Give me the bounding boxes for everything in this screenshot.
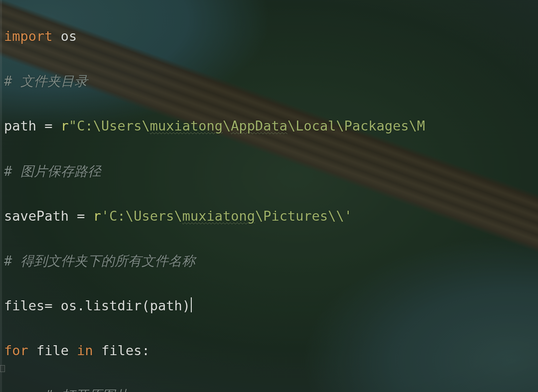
text-cursor <box>191 297 192 312</box>
keyword-in: in <box>77 343 93 358</box>
code-line-4[interactable]: # 图片保存路径 <box>4 158 538 184</box>
keyword-for: for <box>4 343 28 358</box>
code-line-7[interactable]: files= os.listdir(path) <box>4 293 538 318</box>
string-quote: " <box>69 118 77 133</box>
code-line-2[interactable]: # 文件夹目录 <box>4 68 538 94</box>
code-editor[interactable]: import os # 文件夹目录 path = r"C:\Users\muxi… <box>4 0 538 392</box>
comment-hash: # <box>45 388 53 392</box>
var-path: path <box>4 118 36 133</box>
comment-text: 文件夹目录 <box>12 73 87 89</box>
comment-hash: # <box>4 73 12 89</box>
var-savepath: savePath <box>4 208 69 224</box>
code-line-3[interactable]: path = r"C:\Users\muxiatong\AppData\Loca… <box>4 113 538 138</box>
var-files: files <box>4 298 44 313</box>
code-line-9[interactable]: # 打开原图片 <box>4 383 538 392</box>
string-warn: muxiatong <box>150 118 223 133</box>
func-listdir: listdir <box>85 298 142 313</box>
comment-text: 得到文件夹下的所有文件名称 <box>12 253 195 268</box>
string-quote: ' <box>101 208 109 224</box>
comment-hash: # <box>4 163 12 179</box>
string-warn: muxiatong <box>182 208 255 224</box>
comment-hash: # <box>4 253 12 268</box>
code-line-8[interactable]: for file in files: <box>4 338 538 363</box>
string-prefix-r: r <box>93 208 101 224</box>
comment-text: 图片保存路径 <box>12 163 101 179</box>
module-os: os <box>61 28 77 44</box>
code-line-1[interactable]: import os <box>4 23 538 49</box>
comment-text: 打开原图片 <box>53 388 128 392</box>
string-warn: AppData <box>231 118 287 133</box>
gutter <box>0 0 2 392</box>
code-line-6[interactable]: # 得到文件夹下的所有文件名称 <box>4 248 538 273</box>
code-line-5[interactable]: savePath = r'C:\Users\muxiatong\Pictures… <box>4 203 538 229</box>
keyword-import: import <box>4 28 53 44</box>
string-prefix-r: r <box>61 118 69 133</box>
string-quote: ' <box>344 208 352 224</box>
